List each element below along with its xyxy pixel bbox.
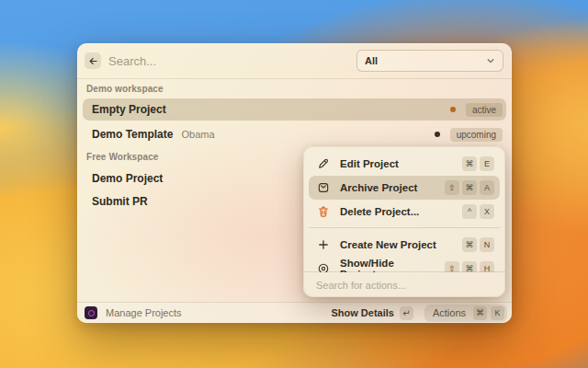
e-key-icon: E xyxy=(480,156,494,171)
menu-item-archive-project[interactable]: Archive Project ⇧ ⌘ A xyxy=(309,176,500,200)
filter-dropdown[interactable]: All xyxy=(356,50,503,72)
a-key-icon: A xyxy=(480,180,494,195)
section-header-free-workspace: Free Workspace xyxy=(86,152,158,162)
menu-item-shortcut: ^ X xyxy=(462,204,494,219)
menu-item-show-hide-projects[interactable]: Show/Hide Projects... ⇧ ⌘ H xyxy=(309,257,500,272)
list-item-empty-project[interactable]: Empty Project active xyxy=(83,98,506,121)
list-item-title: Empty Project xyxy=(92,103,166,116)
trash-icon xyxy=(316,204,331,219)
status-dot xyxy=(450,107,456,112)
menu-item-label: Delete Project... xyxy=(340,206,419,217)
list-item-demo-template[interactable]: Demo Template Obama upcoming xyxy=(83,123,506,145)
actions-menu-list: Edit Project ⌘ E Archive Project ⇧ ⌘ A xyxy=(309,152,500,272)
search-bar: Search... All xyxy=(77,43,512,79)
filter-dropdown-value: All xyxy=(365,55,378,66)
list-item-title: Demo Project xyxy=(92,172,163,185)
chevron-down-icon xyxy=(486,56,495,65)
back-button[interactable] xyxy=(85,52,101,69)
menu-item-shortcut: ⌘ N xyxy=(462,237,494,252)
archive-icon xyxy=(316,180,331,195)
status-badge: upcoming xyxy=(450,128,503,142)
status-bar: Manage Projects Show Details ↵ Actions ⌘… xyxy=(77,302,512,323)
show-details-button[interactable]: Show Details ↵ xyxy=(331,306,413,320)
menu-item-shortcut: ⇧ ⌘ A xyxy=(445,180,494,195)
menu-item-label: Edit Project xyxy=(340,158,399,169)
command-palette-window: Search... All Demo workspace Empty Proje… xyxy=(77,43,512,323)
return-key-icon: ↵ xyxy=(400,306,413,320)
menu-item-delete-project[interactable]: Delete Project... ^ X xyxy=(309,200,500,224)
command-key-icon: ⌘ xyxy=(462,180,477,195)
menu-item-label: Archive Project xyxy=(340,182,417,193)
menu-item-edit-project[interactable]: Edit Project ⌘ E xyxy=(309,152,500,176)
status-dot xyxy=(435,132,440,137)
actions-button[interactable]: Actions ⌘ K xyxy=(424,305,507,322)
menu-item-label: Create New Project xyxy=(340,239,436,250)
control-key-icon: ^ xyxy=(462,204,477,219)
section-header-demo-workspace: Demo workspace xyxy=(86,84,164,94)
command-key-icon: ⌘ xyxy=(462,237,477,252)
actions-label: Actions xyxy=(433,307,466,318)
n-key-icon: N xyxy=(480,237,494,252)
list-item-title: Demo Template xyxy=(92,128,173,141)
show-details-label: Show Details xyxy=(331,307,393,318)
menu-divider xyxy=(309,227,500,228)
menu-item-label: Show/Hide Projects... xyxy=(340,258,445,272)
status-badge: active xyxy=(466,103,503,117)
shift-key-icon: ⇧ xyxy=(445,180,459,195)
k-key-icon: K xyxy=(491,306,504,320)
extension-name: Manage Projects xyxy=(106,307,182,318)
desktop-wallpaper: Search... All Demo workspace Empty Proje… xyxy=(0,0,588,368)
command-key-icon: ⌘ xyxy=(462,156,477,171)
menu-item-create-new-project[interactable]: Create New Project ⌘ N xyxy=(309,233,500,257)
manage-projects-extension-icon xyxy=(85,306,97,319)
plus-icon xyxy=(316,237,331,252)
command-key-icon: ⌘ xyxy=(473,306,487,320)
actions-search-input[interactable]: Search for actions... xyxy=(303,271,505,297)
search-input[interactable]: Search... xyxy=(108,43,156,78)
x-key-icon: X xyxy=(480,204,494,219)
actions-context-menu: Edit Project ⌘ E Archive Project ⇧ ⌘ A xyxy=(303,146,505,297)
menu-item-shortcut: ⌘ E xyxy=(462,156,494,171)
list-item-subtitle: Obama xyxy=(181,129,214,140)
back-arrow-icon xyxy=(88,56,98,66)
pencil-icon xyxy=(316,156,331,171)
list-item-title: Submit PR xyxy=(92,195,148,208)
